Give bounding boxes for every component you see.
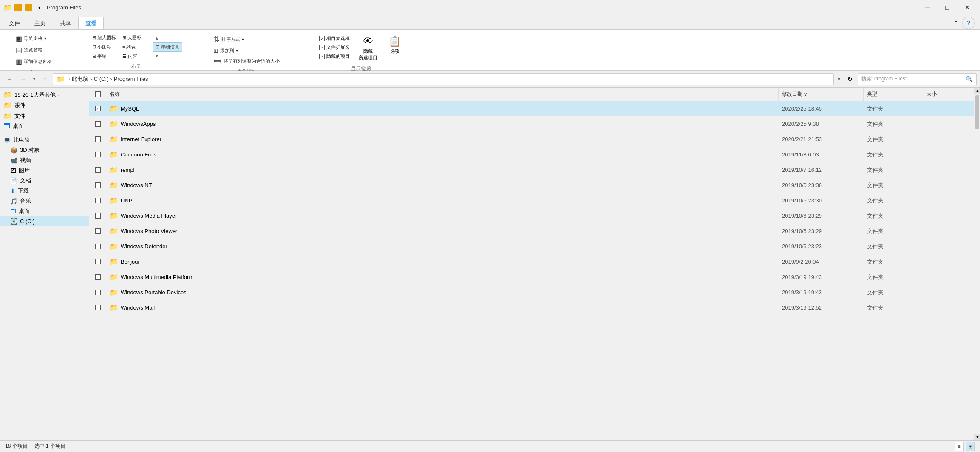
sidebar-item-cdrive[interactable]: 💽 C (C:) <box>0 216 89 226</box>
row-checkbox[interactable] <box>95 182 101 188</box>
table-row[interactable]: 📁 Common Files 2019/11/8 0:03 文件夹 <box>89 147 974 162</box>
quick-access-icon[interactable]: 📁 <box>3 3 12 12</box>
row-checkbox[interactable] <box>95 198 101 203</box>
add-column-dropdown[interactable]: ▾ <box>236 48 238 53</box>
sidebar-item-desktop2[interactable]: 🗔 桌面 <box>0 206 89 216</box>
row-checkbox[interactable] <box>95 167 101 173</box>
save-icon[interactable] <box>25 4 32 11</box>
row-checkbox[interactable] <box>95 106 101 111</box>
fit-columns-button[interactable]: ⟺ 将所有列调整为合适的大小 <box>210 56 283 65</box>
layout-scroll-down[interactable]: ▼ <box>153 52 161 60</box>
row-check[interactable] <box>89 121 106 127</box>
row-checkbox[interactable] <box>95 290 101 295</box>
row-check[interactable] <box>89 274 106 280</box>
row-checkbox[interactable] <box>95 274 101 280</box>
table-row[interactable]: 📁 WindowsApps 2020/2/25 9:38 文件夹 <box>89 117 974 132</box>
history-dropdown[interactable]: ▾ <box>31 73 37 85</box>
search-box[interactable]: 搜索"Program Files" 🔍 <box>858 73 977 85</box>
sidebar-item-3d[interactable]: 📦 3D 对象 <box>0 145 89 155</box>
table-row[interactable]: 📁 rempl 2019/10/7 16:12 文件夹 <box>89 162 974 178</box>
col-header-type[interactable]: 类型 <box>864 88 923 101</box>
table-row[interactable]: 📁 UNP 2019/10/6 23:30 文件夹 <box>89 193 974 208</box>
scroll-thumb[interactable] <box>975 95 979 129</box>
close-button[interactable]: ✕ <box>957 0 977 15</box>
path-this-pc[interactable]: 此电脑 <box>72 75 88 83</box>
minimize-button[interactable]: ─ <box>918 0 938 15</box>
row-check[interactable] <box>89 167 106 173</box>
pin-icon[interactable] <box>14 4 22 11</box>
nav-pane-dropdown[interactable]: ▾ <box>44 36 46 41</box>
table-row[interactable]: 📁 Bonjour 2019/9/2 20:04 文件夹 <box>89 254 974 270</box>
table-row[interactable]: 📁 Windows NT 2019/10/6 23:36 文件夹 <box>89 178 974 193</box>
hide-selected-button[interactable]: 👁 隐藏 所选项目 <box>356 33 380 63</box>
sidebar-item-recent3[interactable]: 📁 文件 <box>0 111 89 121</box>
search-icon[interactable]: 🔍 <box>966 76 973 82</box>
row-checkbox[interactable] <box>95 244 101 249</box>
extra-large-icon-button[interactable]: ⊞ 超大图标 <box>89 33 119 42</box>
table-row[interactable]: 📁 Windows Mail 2019/3/19 12:52 文件夹 <box>89 300 974 316</box>
tab-view[interactable]: 查看 <box>78 17 104 29</box>
sort-by-button[interactable]: ⇅ 排序方式 ▾ <box>210 33 247 45</box>
table-row[interactable]: 📁 Windows Multimedia Platform 2019/3/19 … <box>89 270 974 285</box>
row-checkbox[interactable] <box>95 305 101 310</box>
ribbon-collapse-btn[interactable]: ⌃ <box>952 19 960 27</box>
sidebar-item-downloads[interactable]: ⬇ 下载 <box>0 186 89 196</box>
row-checkbox[interactable] <box>95 136 101 142</box>
scroll-down-arrow[interactable]: ▼ <box>974 434 980 440</box>
back-button[interactable]: ← <box>3 73 15 85</box>
table-row[interactable]: 📁 Windows Photo Viewer 2019/10/6 23:29 文… <box>89 224 974 239</box>
path-program-files[interactable]: Program Files <box>114 76 148 82</box>
sort-by-dropdown[interactable]: ▾ <box>242 37 244 42</box>
list-view-button[interactable]: ≡ <box>955 442 964 451</box>
up-button[interactable]: ↑ <box>39 73 51 85</box>
detail-view-button[interactable]: ⊞ <box>966 442 975 451</box>
tiles-button[interactable]: ⊟ 平铺 <box>89 52 119 61</box>
table-row[interactable]: 📁 Internet Explorer 2020/2/21 21:53 文件夹 <box>89 132 974 147</box>
row-check[interactable] <box>89 213 106 219</box>
layout-scroll-up[interactable]: ▲ <box>153 34 161 43</box>
sidebar-item-music[interactable]: 🎵 音乐 <box>0 196 89 206</box>
path-c-drive[interactable]: C (C:) <box>94 76 109 82</box>
detail-pane-button[interactable]: ▥ 详细信息窗格 <box>13 56 55 67</box>
row-checkbox[interactable] <box>95 259 101 264</box>
help-button[interactable]: ? <box>962 17 975 29</box>
col-header-size[interactable]: 大小 <box>923 88 974 101</box>
row-check[interactable] <box>89 228 106 234</box>
col-header-name[interactable]: 名称 <box>106 88 779 101</box>
tab-home[interactable]: 主页 <box>27 17 53 29</box>
tab-share[interactable]: 共享 <box>53 17 78 29</box>
table-row[interactable]: 📁 MySQL 2020/2/25 18:45 文件夹 <box>89 101 974 117</box>
row-check[interactable] <box>89 152 106 157</box>
scroll-up-arrow[interactable]: ▲ <box>974 88 980 94</box>
row-check[interactable] <box>89 106 106 111</box>
refresh-button[interactable]: ↻ <box>844 73 856 85</box>
select-all-checkbox[interactable] <box>95 91 101 97</box>
item-checkbox-toggle[interactable]: 项目复选框 <box>318 35 351 42</box>
col-header-date[interactable]: 修改日期 ∨ <box>779 88 864 101</box>
nav-pane-button[interactable]: ▣ 导航窗格 ▾ <box>13 33 49 44</box>
sidebar-item-documents[interactable]: 📄 文档 <box>0 176 89 186</box>
options-button[interactable]: 📋 选项 <box>385 33 404 57</box>
table-row[interactable]: 📁 Windows Portable Devices 2019/3/19 19:… <box>89 285 974 300</box>
row-checkbox[interactable] <box>95 121 101 127</box>
row-check[interactable] <box>89 182 106 188</box>
row-checkbox[interactable] <box>95 228 101 234</box>
add-column-button[interactable]: ⊞ 添加列 ▾ <box>210 46 241 55</box>
list-button[interactable]: ≡ 列表 <box>119 43 149 51</box>
forward-button[interactable]: → <box>17 73 29 85</box>
sidebar-item-recent2[interactable]: 📁 课件 <box>0 100 89 111</box>
vertical-scrollbar[interactable]: ▲ ▼ <box>974 88 980 440</box>
row-check[interactable] <box>89 244 106 249</box>
preview-pane-button[interactable]: ▤ 预览窗格 <box>13 45 45 55</box>
small-icon-button[interactable]: ⊞ 小图标 <box>89 43 119 51</box>
content-button[interactable]: ☰ 内容 <box>119 52 149 61</box>
row-check[interactable] <box>89 136 106 142</box>
address-dropdown[interactable]: ▾ <box>836 73 842 85</box>
table-row[interactable]: 📁 Windows Media Player 2019/10/6 23:29 文… <box>89 208 974 224</box>
extensions-toggle[interactable]: 文件扩展名 <box>318 44 351 51</box>
maximize-button[interactable]: □ <box>938 0 957 15</box>
hidden-items-toggle[interactable]: 隐藏的项目 <box>318 53 351 60</box>
medium-icon-button[interactable]: ⊡ 详细信息 <box>153 42 182 52</box>
sidebar-item-recent1[interactable]: 📁 19-20-1大基其他 › <box>0 89 89 100</box>
row-check[interactable] <box>89 290 106 295</box>
